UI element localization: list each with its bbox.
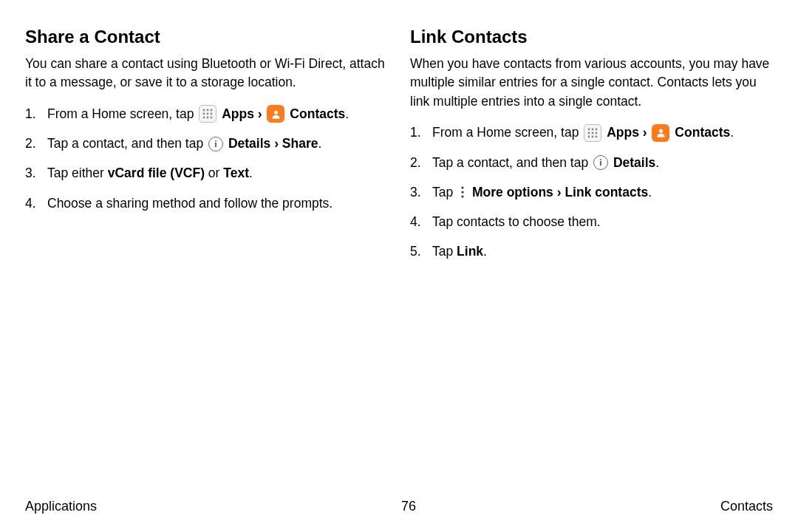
chevron-right-icon: › [557,185,565,200]
right-column: Link Contacts When you have contacts fro… [410,27,773,272]
contacts-icon [652,124,669,142]
text-label: Text [223,166,249,180]
share-label: Share [282,136,318,151]
step-text: Tap [432,244,457,259]
list-item: Tap a contact, and then tap i Details. [410,153,773,172]
step-text: . [318,136,321,151]
list-item: Tap More options › Link contacts. [410,183,773,202]
svg-point-6 [203,117,205,119]
list-item: Tap a contact, and then tap i Details › … [25,134,388,153]
list-item: Tap Link. [410,242,773,261]
share-steps: From a Home screen, tap Apps › Contacts.… [25,104,388,213]
link-lead: When you have contacts from various acco… [410,55,773,111]
svg-point-12 [596,128,598,130]
apps-icon [199,105,216,123]
svg-point-10 [588,128,590,130]
link-label: Link [457,244,483,259]
svg-point-18 [596,135,598,137]
more-options-label: More options [472,185,553,200]
step-text: Tap a contact, and then tap [47,136,207,151]
svg-point-7 [207,117,209,119]
chevron-right-icon: › [274,136,282,151]
more-options-icon [458,185,467,200]
vcf-label: vCard file (VCF) [108,166,205,180]
link-heading: Link Contacts [410,27,773,47]
apps-label: Apps [607,125,639,140]
list-item: Choose a sharing method and follow the p… [25,194,388,213]
svg-point-5 [211,113,213,115]
svg-point-3 [203,113,205,115]
svg-point-2 [211,109,213,112]
share-lead: You can share a contact using Bluetooth … [25,55,388,92]
svg-point-9 [274,110,278,114]
footer-left: Applications [25,499,97,514]
svg-point-20 [461,187,463,189]
list-item: Tap either vCard file (VCF) or Text. [25,163,388,183]
list-item: From a Home screen, tap Apps › Contacts. [25,104,388,123]
info-icon: i [208,137,223,151]
step-text: . [345,106,349,121]
svg-point-15 [596,132,598,134]
left-column: Share a Contact You can share a contact … [25,27,388,272]
step-text: . [483,244,487,259]
chevron-right-icon: › [643,125,651,140]
list-item: Tap contacts to choose them. [410,212,773,231]
details-label: Details [613,155,655,170]
svg-point-16 [588,135,590,137]
svg-point-8 [211,117,213,119]
chevron-right-icon: › [258,106,266,121]
footer-right: Contacts [720,499,773,514]
apps-icon [584,124,601,142]
svg-point-11 [592,128,594,130]
step-text: . [648,185,652,200]
svg-point-19 [659,129,663,133]
page-footer: Applications 76 Contacts [0,499,798,514]
svg-point-14 [592,132,594,134]
list-item: From a Home screen, tap Apps › Contacts. [410,123,773,142]
contacts-label: Contacts [290,106,345,121]
svg-point-1 [207,109,209,112]
apps-label: Apps [222,106,254,121]
step-text: Tap [432,185,457,200]
link-steps: From a Home screen, tap Apps › Contacts.… [410,123,773,261]
svg-point-17 [592,135,594,137]
step-text: From a Home screen, tap [432,125,582,140]
step-text: Tap either [47,166,108,180]
footer-page-number: 76 [401,499,416,514]
share-heading: Share a Contact [25,27,388,47]
step-text: From a Home screen, tap [47,106,197,121]
step-text: . [655,155,659,170]
step-text: . [730,125,734,140]
step-text: or [205,166,223,180]
svg-point-0 [203,109,205,112]
details-label: Details [228,136,270,151]
step-text: . [249,166,253,180]
svg-point-22 [461,196,463,198]
contacts-label: Contacts [675,125,730,140]
contacts-icon [267,105,284,123]
svg-point-13 [588,132,590,134]
svg-point-21 [461,191,463,194]
svg-point-4 [207,113,209,115]
info-icon: i [593,155,608,170]
step-text: Tap a contact, and then tap [432,155,592,170]
link-contacts-label: Link contacts [565,185,648,200]
